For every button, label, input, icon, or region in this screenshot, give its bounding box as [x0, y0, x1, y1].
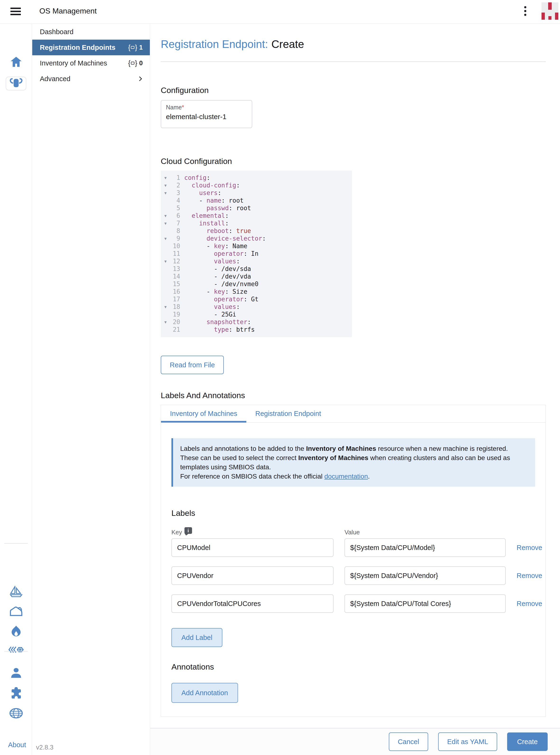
create-button[interactable]: Create	[507, 733, 548, 751]
code-text: device-selector:	[180, 235, 266, 242]
labels-annotations-card: Inventory of MachinesRegistration Endpoi…	[161, 405, 546, 717]
fold-arrow-icon[interactable]	[161, 227, 170, 235]
fold-arrow-icon[interactable]	[161, 288, 170, 295]
fold-arrow-icon[interactable]	[161, 242, 170, 250]
label-row: Remove	[172, 538, 535, 557]
puzzle-icon[interactable]	[0, 687, 32, 699]
chevron-right-icon	[137, 76, 142, 81]
fold-arrow-icon[interactable]	[161, 204, 170, 212]
fold-arrow-icon[interactable]	[161, 326, 170, 333]
fold-arrow-icon[interactable]: ▾	[161, 257, 170, 265]
label-value-input[interactable]	[344, 594, 506, 613]
kv-headers: Keyi Value	[172, 529, 535, 536]
label-value-input[interactable]	[344, 566, 506, 585]
fold-arrow-icon[interactable]: ▾	[161, 219, 170, 227]
sidebar-item-dashboard[interactable]: Dashboard	[32, 24, 150, 40]
home-icon[interactable]	[0, 56, 32, 67]
code-line: 21 type: btrfs	[161, 326, 352, 333]
code-line: 10 - key: Name	[161, 242, 352, 250]
globe-icon[interactable]	[0, 708, 32, 719]
code-text: passwd: root	[180, 204, 251, 212]
fold-arrow-icon[interactable]	[161, 250, 170, 257]
label-key-input[interactable]	[172, 538, 334, 557]
name-field[interactable]: Name*	[161, 100, 252, 128]
code-text: elemental:	[180, 212, 229, 219]
fold-arrow-icon[interactable]: ▾	[161, 174, 170, 181]
configuration-heading: Configuration	[161, 86, 546, 95]
required-asterisk: *	[182, 104, 184, 111]
kebab-menu-icon[interactable]	[522, 6, 529, 19]
left-icon-rail: About	[0, 24, 32, 755]
sidebar-item-elemental[interactable]	[6, 77, 26, 91]
code-line: 17 operator: Gt	[161, 295, 352, 303]
about-link[interactable]: About	[8, 741, 26, 749]
code-line: 4 - name: root	[161, 197, 352, 204]
fold-arrow-icon[interactable]	[161, 265, 170, 273]
fold-arrow-icon[interactable]	[161, 280, 170, 288]
fold-arrow-icon[interactable]: ▾	[161, 181, 170, 189]
code-text: snapshotter:	[180, 318, 251, 326]
label-key-input[interactable]	[172, 566, 334, 585]
sailboat-icon[interactable]	[0, 586, 32, 598]
main-content: Registration Endpoint:Create Configurati…	[150, 24, 560, 755]
fold-arrow-icon[interactable]	[161, 295, 170, 303]
info-tooltip-icon[interactable]: i	[184, 527, 192, 534]
add-annotation-button[interactable]: Add Annotation	[172, 683, 238, 703]
code-line: ▾18 values:	[161, 303, 352, 311]
code-text: - 25Gi	[180, 311, 236, 318]
code-line: 19 - 25Gi	[161, 311, 352, 318]
documentation-link[interactable]: documentation	[324, 473, 368, 480]
fold-arrow-icon[interactable]: ▾	[161, 189, 170, 197]
tab-inventory-of-machines[interactable]: Inventory of Machines	[161, 405, 246, 422]
sidebar-item-advanced[interactable]: Advanced	[32, 71, 150, 86]
fold-arrow-icon[interactable]: ▾	[161, 303, 170, 311]
tab-registration-endpoint[interactable]: Registration Endpoint	[246, 405, 330, 422]
label-value-input[interactable]	[344, 538, 506, 557]
brand-logo	[541, 2, 558, 20]
fold-arrow-icon[interactable]: ▾	[161, 318, 170, 326]
fold-arrow-icon[interactable]	[161, 273, 170, 280]
read-from-file-button[interactable]: Read from File	[161, 356, 224, 374]
elemental-bull-icon	[9, 78, 23, 89]
sidebar-item-label: Inventory of Machines	[40, 59, 128, 67]
code-line: ▾3 users:	[161, 189, 352, 197]
hamburger-menu-icon[interactable]	[11, 7, 21, 16]
line-number: 2	[170, 181, 180, 189]
barn-icon[interactable]	[0, 606, 32, 617]
line-number: 11	[170, 250, 180, 257]
cancel-button[interactable]: Cancel	[389, 733, 428, 751]
sidebar-item-registration-endpoints[interactable]: Registration Endpoints{}1	[32, 40, 150, 55]
fold-arrow-icon[interactable]	[161, 197, 170, 204]
label-key-input[interactable]	[172, 594, 334, 613]
app-header: OS Management	[0, 0, 560, 24]
fold-arrow-icon[interactable]: ▾	[161, 235, 170, 242]
sidebar-menu: DashboardRegistration Endpoints{}1Invent…	[32, 24, 150, 755]
labels-annotations-heading: Labels And Annotations	[161, 391, 546, 400]
line-number: 13	[170, 265, 180, 273]
code-text: - /dev/vda	[180, 273, 251, 280]
flame-icon[interactable]	[0, 625, 32, 638]
banner-bold-text: Inventory of Machines	[298, 454, 368, 462]
label-row: Remove	[172, 566, 535, 585]
tab-content: Labels and annotations to be added to th…	[161, 438, 545, 703]
banner-text: Labels and annotations to be added to th…	[180, 445, 306, 452]
code-text: values:	[180, 257, 240, 265]
code-text: - /dev/nvme0	[180, 280, 258, 288]
code-text: reboot: true	[180, 227, 251, 235]
fold-arrow-icon[interactable]	[161, 311, 170, 318]
edit-as-yaml-button[interactable]: Edit as YAML	[438, 733, 497, 751]
cloud-config-code-editor[interactable]: ▾1config:▾2 cloud-config:▾3 users:4 - na…	[161, 171, 352, 337]
name-input[interactable]	[166, 113, 247, 121]
remove-label-link[interactable]: Remove	[517, 544, 542, 551]
line-number: 3	[170, 189, 180, 197]
line-number: 20	[170, 318, 180, 326]
form-footer: Cancel Edit as YAML Create	[150, 728, 560, 755]
add-label-button[interactable]: Add Label	[172, 628, 222, 647]
fold-arrow-icon[interactable]: ▾	[161, 212, 170, 219]
remove-label-link[interactable]: Remove	[517, 572, 542, 580]
remove-label-link[interactable]: Remove	[517, 600, 542, 608]
wheat-icon[interactable]	[0, 646, 32, 653]
line-number: 16	[170, 288, 180, 295]
user-icon[interactable]	[0, 667, 32, 678]
sidebar-item-inventory-of-machines[interactable]: Inventory of Machines{}0	[32, 55, 150, 71]
